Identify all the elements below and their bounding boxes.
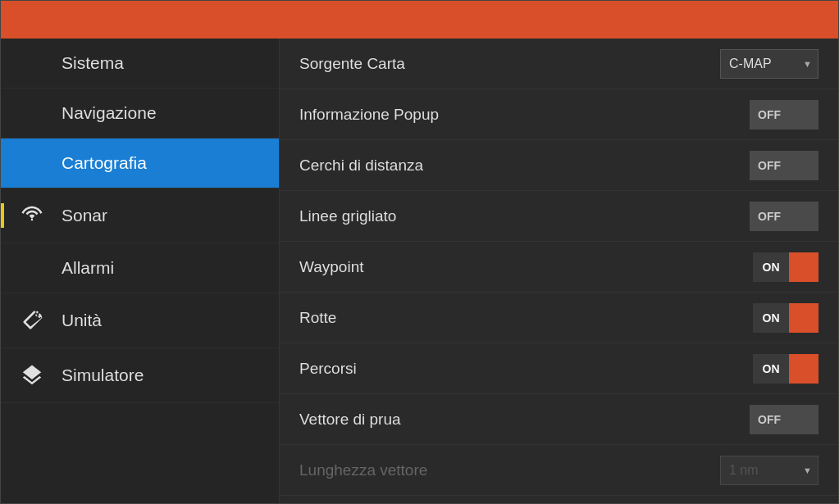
sidebar-item-navigazione[interactable]: Navigazione <box>1 89 279 138</box>
setting-row-cerchi-di-distanza: Cerchi di distanzaOFF <box>280 140 838 191</box>
sidebar-item-sonar[interactable]: Sonar <box>1 188 279 243</box>
setting-control-percorsi: ON <box>753 354 818 384</box>
sidebar-label-sistema: Sistema <box>62 53 124 73</box>
setting-row-sorgente-carta: Sorgente CartaC-MAPNavionicsOpenCPN <box>280 39 838 89</box>
main-area: SistemaNavigazioneCartografiaSonarAllarm… <box>1 39 838 503</box>
toggle-cerchi-di-distanza[interactable]: OFF <box>750 151 818 180</box>
toggle-box-cerchi-di-distanza[interactable] <box>789 151 818 180</box>
setting-control-lunghezza-vettore: 1 nm2 nm5 nm10 nm <box>720 456 818 485</box>
setting-row-linee-grigliato: Linee grigliatoOFF <box>280 191 838 242</box>
setting-control-cerchi-di-distanza: OFF <box>750 151 818 180</box>
app-window: SistemaNavigazioneCartografiaSonarAllarm… <box>0 0 839 504</box>
setting-row-waypoint: WaypointON <box>280 242 838 293</box>
sidebar-label-simulatore: Simulatore <box>62 366 144 385</box>
toggle-text-informazione-popup: OFF <box>750 100 789 129</box>
dropdown-lunghezza-vettore: 1 nm2 nm5 nm10 nm <box>720 456 818 485</box>
content-panel: Sorgente CartaC-MAPNavionicsOpenCPNInfor… <box>280 39 838 503</box>
sidebar-item-simulatore[interactable]: Simulatore <box>1 348 279 403</box>
setting-row-percorsi: PercorsiON <box>280 343 838 394</box>
setting-label-linee-grigliato: Linee grigliato <box>299 207 750 225</box>
dropdown-wrapper-lunghezza-vettore: 1 nm2 nm5 nm10 nm <box>720 456 818 485</box>
setting-row-informazione-popup: Informazione PopupOFF <box>280 89 838 140</box>
toggle-box-vettore-di-prua[interactable] <box>789 405 818 434</box>
setting-control-sorgente-carta: C-MAPNavionicsOpenCPN <box>720 49 818 79</box>
sidebar-label-navigazione: Navigazione <box>62 103 157 123</box>
sidebar-item-sistema[interactable]: Sistema <box>1 39 279 89</box>
toggle-rotte[interactable]: ON <box>753 303 818 333</box>
toggle-text-rotte: ON <box>753 303 789 333</box>
sidebar: SistemaNavigazioneCartografiaSonarAllarm… <box>1 39 280 503</box>
setting-label-informazione-popup: Informazione Popup <box>299 106 750 124</box>
toggle-linee-grigliato[interactable]: OFF <box>750 202 818 231</box>
setting-row-vettore-di-prua: Vettore di pruaOFF <box>280 394 838 445</box>
toggle-box-informazione-popup[interactable] <box>789 100 818 129</box>
setting-control-rotte: ON <box>753 303 818 333</box>
setting-label-cerchi-di-distanza: Cerchi di distanza <box>299 157 750 175</box>
title-bar <box>1 1 838 39</box>
toggle-text-percorsi: ON <box>753 354 789 384</box>
yellow-indicator <box>1 203 4 228</box>
setting-control-linee-grigliato: OFF <box>750 202 818 231</box>
setting-control-informazione-popup: OFF <box>750 100 818 129</box>
setting-label-percorsi: Percorsi <box>299 360 753 378</box>
toggle-text-cerchi-di-distanza: OFF <box>750 151 789 180</box>
sidebar-item-cartografia[interactable]: Cartografia <box>1 138 279 188</box>
sidebar-label-sonar: Sonar <box>62 206 107 225</box>
simulatore-icon <box>17 363 47 388</box>
setting-row-lunghezza-vettore: Lunghezza vettore1 nm2 nm5 nm10 nm <box>280 445 838 496</box>
toggle-box-percorsi[interactable] <box>789 354 818 384</box>
setting-label-lunghezza-vettore: Lunghezza vettore <box>299 461 720 479</box>
toggle-box-waypoint[interactable] <box>789 252 818 282</box>
toggle-box-rotte[interactable] <box>789 303 818 333</box>
toggle-percorsi[interactable]: ON <box>753 354 818 384</box>
toggle-text-waypoint: ON <box>753 252 789 282</box>
setting-label-waypoint: Waypoint <box>299 258 753 276</box>
toggle-informazione-popup[interactable]: OFF <box>750 100 818 129</box>
dropdown-sorgente-carta[interactable]: C-MAPNavionicsOpenCPN <box>720 49 818 79</box>
sidebar-item-allarmi[interactable]: Allarmi <box>1 243 279 293</box>
dropdown-wrapper-sorgente-carta: C-MAPNavionicsOpenCPN <box>720 49 818 79</box>
sidebar-label-allarmi: Allarmi <box>62 258 114 278</box>
sidebar-item-unita[interactable]: Unità <box>1 293 279 348</box>
setting-control-waypoint: ON <box>753 252 818 282</box>
toggle-waypoint[interactable]: ON <box>753 252 818 282</box>
toggle-text-vettore-di-prua: OFF <box>750 405 789 434</box>
sidebar-label-cartografia: Cartografia <box>62 153 147 173</box>
unita-icon <box>17 308 47 333</box>
sonar-icon <box>17 203 47 228</box>
toggle-text-linee-grigliato: OFF <box>750 202 789 231</box>
setting-label-sorgente-carta: Sorgente Carta <box>299 55 720 73</box>
setting-label-rotte: Rotte <box>299 309 753 327</box>
setting-label-vettore-di-prua: Vettore di prua <box>299 411 750 429</box>
toggle-vettore-di-prua[interactable]: OFF <box>750 405 818 434</box>
setting-control-vettore-di-prua: OFF <box>750 405 818 434</box>
toggle-box-linee-grigliato[interactable] <box>789 202 818 231</box>
sidebar-label-unita: Unità <box>62 311 102 330</box>
setting-row-rotte: RotteON <box>280 293 838 343</box>
